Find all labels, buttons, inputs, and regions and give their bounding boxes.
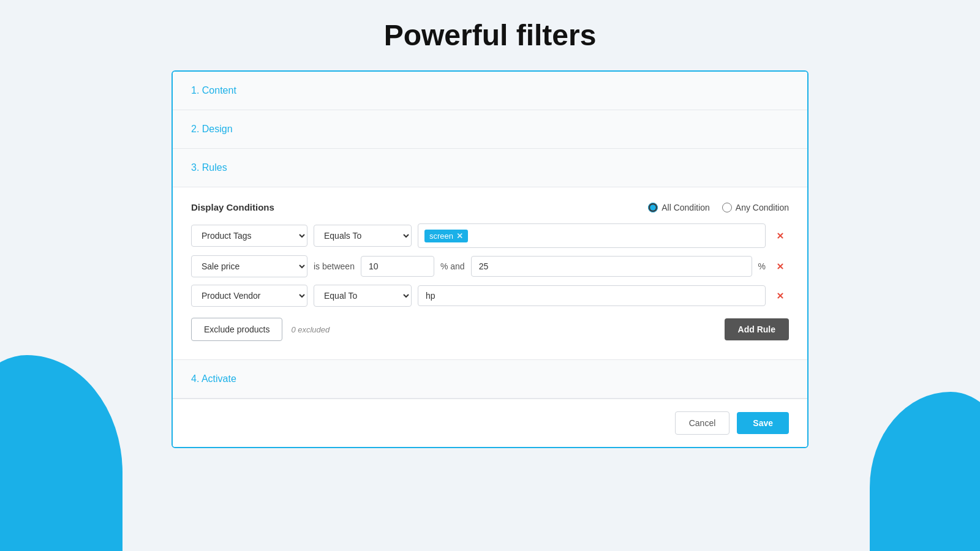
any-condition-label: Any Condition <box>736 203 789 212</box>
rule-row-3: Product Vendor Product Tags Sale price E… <box>191 285 789 307</box>
rule-row-1: Product Tags Sale price Product Vendor E… <box>191 223 789 248</box>
bg-shape-left <box>0 355 123 551</box>
rule2-delete-icon <box>775 261 785 271</box>
save-button[interactable]: Save <box>737 412 789 434</box>
section-activate-link[interactable]: 4. Activate <box>191 373 236 384</box>
rule2-delete-button[interactable] <box>772 259 789 274</box>
excluded-count-label: 0 excluded <box>291 325 330 334</box>
rule2-and-label: % and <box>440 261 465 271</box>
rule1-type-select[interactable]: Product Tags Sale price Product Vendor <box>191 225 307 247</box>
footer-actions: Cancel Save <box>173 399 807 447</box>
rule1-condition-select[interactable]: Equals To Not Equals To Contains <box>314 225 412 247</box>
rule3-condition-select[interactable]: Equal To Not Equal To Contains <box>314 285 412 307</box>
rule3-value-input[interactable] <box>418 285 766 306</box>
add-rule-button[interactable]: Add Rule <box>725 318 789 340</box>
bottom-actions: Exclude products 0 excluded Add Rule <box>191 318 789 341</box>
rule2-min-input[interactable] <box>361 256 434 277</box>
any-condition-option[interactable]: Any Condition <box>722 203 789 212</box>
rule2-between-label: is between <box>314 261 355 271</box>
display-conditions-label: Display Conditions <box>191 202 274 212</box>
page-title: Powerful filters <box>172 18 809 52</box>
section-content: 1. Content <box>173 72 807 110</box>
rule3-type-select[interactable]: Product Vendor Product Tags Sale price <box>191 285 307 307</box>
rules-section: Display Conditions All Condition Any Con… <box>173 187 807 360</box>
section-content-link[interactable]: 1. Content <box>191 85 236 96</box>
section-activate: 4. Activate <box>173 360 807 399</box>
rule2-max-input[interactable] <box>471 256 752 277</box>
any-condition-radio[interactable] <box>722 203 732 212</box>
rule-row-2: Sale price Product Tags Product Vendor i… <box>191 255 789 277</box>
section-design: 2. Design <box>173 110 807 149</box>
rule1-tag-value: screen <box>429 231 453 241</box>
rule3-delete-button[interactable] <box>772 288 789 303</box>
rule2-type-select[interactable]: Sale price Product Tags Product Vendor <box>191 255 307 277</box>
bg-shape-right <box>870 392 980 551</box>
rule2-percent-label: % <box>758 261 766 271</box>
section-rules: 3. Rules <box>173 149 807 187</box>
all-condition-option[interactable]: All Condition <box>648 203 710 212</box>
bottom-left: Exclude products 0 excluded <box>191 318 330 341</box>
rule1-delete-icon <box>775 231 785 241</box>
cancel-button[interactable]: Cancel <box>675 411 730 435</box>
section-rules-link[interactable]: 3. Rules <box>191 162 227 173</box>
rule3-delete-icon <box>775 291 785 301</box>
all-condition-radio[interactable] <box>648 203 658 212</box>
rule1-delete-button[interactable] <box>772 228 789 243</box>
exclude-products-button[interactable]: Exclude products <box>191 318 282 341</box>
section-design-link[interactable]: 2. Design <box>191 124 233 134</box>
all-condition-label: All Condition <box>662 203 710 212</box>
condition-radio-group: All Condition Any Condition <box>648 203 789 212</box>
rule1-tag-chip: screen ✕ <box>424 230 468 242</box>
rule1-tag-input-area[interactable]: screen ✕ <box>418 223 766 248</box>
conditions-header: Display Conditions All Condition Any Con… <box>191 202 789 212</box>
rule1-tag-chip-close[interactable]: ✕ <box>456 231 463 241</box>
main-panel: 1. Content 2. Design 3. Rules Display Co… <box>172 70 809 448</box>
